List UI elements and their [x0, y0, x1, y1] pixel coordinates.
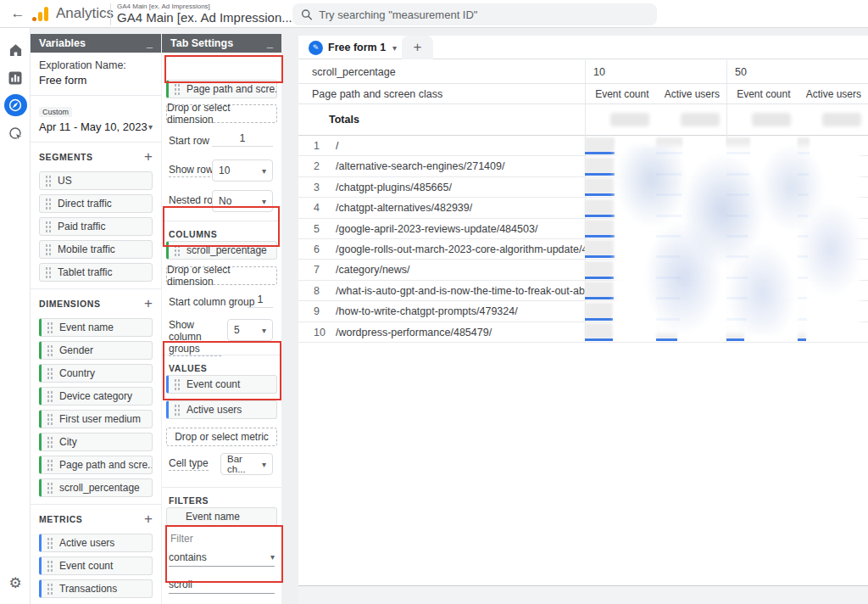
row-number: 4	[298, 198, 336, 217]
tab-strip: ✎ Free form 1 ▾ +	[298, 36, 868, 59]
segment-chip[interactable]: Mobile traffic	[39, 240, 153, 259]
dimension-chip[interactable]: Event name	[39, 318, 153, 337]
show-column-groups-select[interactable]: 5 ▾	[227, 319, 273, 341]
start-row-value[interactable]: 1	[212, 132, 273, 147]
add-metric-icon[interactable]: +	[144, 513, 153, 525]
dimension-chip-label: Page path and scre...	[59, 459, 153, 471]
exploration-name-value[interactable]: Free form	[39, 74, 153, 87]
date-range-selector[interactable]: Apr 11 - May 10, 2023 ▾	[39, 120, 153, 133]
value-metric-chip[interactable]: Active users	[166, 400, 277, 419]
filter-value-input[interactable]	[169, 579, 275, 590]
redacted-value	[610, 113, 649, 126]
search-bar[interactable]	[292, 3, 657, 25]
search-input[interactable]	[319, 8, 648, 21]
drop-dimension-zone[interactable]: Drop or select dimension	[166, 104, 277, 123]
caret-down-icon: ▾	[148, 122, 153, 131]
advertising-icon[interactable]	[0, 121, 31, 145]
add-segment-icon[interactable]: +	[144, 151, 153, 163]
value-bar	[656, 338, 677, 341]
totals-label: Totals	[329, 104, 359, 136]
metric-chip[interactable]: Transactions	[39, 579, 153, 598]
metric-header[interactable]: Event count	[585, 84, 656, 104]
drag-handle-icon	[47, 413, 53, 425]
filter-placeholder-label: Filter	[170, 533, 277, 545]
dimension-chip[interactable]: Device category	[39, 387, 153, 405]
back-arrow-icon[interactable]: ←	[7, 3, 29, 25]
value-bar	[585, 173, 615, 176]
property-switcher[interactable]: GA4 Main [ex. Ad Impression...	[117, 10, 292, 25]
dimension-chip[interactable]: City	[39, 433, 153, 451]
columns-dimension-chip[interactable]: scroll_percentage	[166, 241, 277, 260]
start-row-label: Start row	[169, 135, 209, 147]
dimension-chip[interactable]: Page path and scre...	[39, 456, 153, 474]
dimension-chip-label: First user medium	[59, 413, 141, 425]
drag-handle-icon	[47, 482, 53, 494]
segment-chip-label: Paid traffic	[58, 221, 105, 232]
filter-field-chip[interactable]: Event name	[166, 507, 277, 526]
dimension-chip[interactable]: First user medium	[39, 410, 153, 428]
rows-dimension-chip[interactable]: Page path and scre...	[166, 80, 277, 98]
tab-free-form-1[interactable]: ✎ Free form 1 ▾	[298, 36, 393, 59]
reports-icon[interactable]	[0, 66, 31, 90]
tab-settings-panel: Tab Settings _ Page path and scre... Dro…	[162, 34, 281, 604]
segment-chip[interactable]: Direct traffic	[39, 194, 153, 213]
home-icon[interactable]	[0, 38, 31, 62]
left-nav-rail: ⚙	[0, 28, 31, 604]
show-rows-select[interactable]: 10 ▾	[212, 159, 273, 182]
dimension-chip-label: Event name	[59, 322, 114, 333]
cell-type-label: Cell type	[169, 457, 209, 471]
value-bar	[585, 215, 615, 217]
redacted-value	[752, 113, 791, 126]
privacy-blur-overlay	[615, 146, 860, 334]
dimension-chip[interactable]: Gender	[39, 341, 153, 360]
dimension-chip-label: City	[59, 436, 77, 448]
segments-list: US Direct traffic Paid traffic Mobile tr…	[39, 171, 153, 282]
dimension-chip[interactable]: scroll_percentage	[39, 478, 153, 497]
segment-chip[interactable]: US	[39, 171, 153, 190]
drop-dimension-zone[interactable]: Drop or select dimension	[166, 266, 277, 285]
explore-icon[interactable]	[0, 93, 31, 117]
metric-header[interactable]: Active users	[656, 84, 727, 104]
drag-handle-icon	[45, 198, 52, 210]
segment-chip-label: Direct traffic	[58, 198, 112, 210]
metric-chip-label: Event count	[59, 560, 113, 572]
dimension-chip-label: Device category	[59, 390, 132, 402]
segment-chip-label: Tablet traffic	[58, 266, 112, 278]
row-number: 9	[298, 301, 336, 321]
minimize-icon[interactable]: _	[147, 39, 153, 48]
row-number: 6	[298, 239, 336, 259]
tab-settings-panel-header: Tab Settings _	[162, 34, 281, 53]
cell-type-select[interactable]: Bar ch... ▾	[220, 453, 273, 475]
property-name-small: GA4 Main [ex. Ad Impressions]	[117, 3, 210, 10]
metric-chip[interactable]: Active users	[39, 534, 153, 552]
filter-value-field[interactable]	[169, 575, 275, 594]
drop-metric-zone[interactable]: Drop or select metric	[166, 428, 277, 446]
row-number: 5	[298, 219, 336, 238]
drag-handle-icon	[174, 378, 181, 390]
filter-condition-select[interactable]: contains ▾	[169, 548, 275, 567]
metric-header[interactable]: Event count	[726, 84, 798, 104]
date-range-value: Apr 11 - May 10, 2023	[39, 120, 147, 133]
minimize-icon[interactable]: _	[267, 39, 273, 48]
add-dimension-icon[interactable]: +	[144, 298, 153, 310]
row-path: /chatgpt-plugins/485665/	[336, 177, 585, 197]
nested-rows-select[interactable]: No ▾	[212, 190, 273, 212]
show-column-groups-value: 5	[234, 324, 240, 336]
show-rows-value: 10	[219, 165, 230, 176]
settings-gear-icon[interactable]: ⚙	[0, 573, 31, 594]
segment-chip[interactable]: Tablet traffic	[39, 263, 153, 282]
add-tab-button[interactable]: +	[402, 36, 433, 59]
dimension-chip[interactable]: Country	[39, 364, 153, 383]
metric-header[interactable]: Active users	[798, 84, 868, 104]
drag-handle-icon	[174, 83, 181, 95]
value-metric-chip[interactable]: Event count	[166, 375, 277, 394]
segment-chip[interactable]: Paid traffic	[39, 217, 153, 236]
table-footer-band	[298, 585, 868, 604]
rows-dimension-chip-label: Page path and scre...	[186, 83, 277, 95]
totals-row: Totals	[298, 104, 868, 136]
start-column-group-value[interactable]: 1	[248, 294, 273, 308]
columns-dimension-chip-label: scroll_percentage	[186, 244, 267, 256]
value-bar	[585, 152, 615, 154]
row-path: /google-rolls-out-march-2023-core-algori…	[336, 239, 585, 259]
metric-chip[interactable]: Event count	[39, 556, 153, 575]
